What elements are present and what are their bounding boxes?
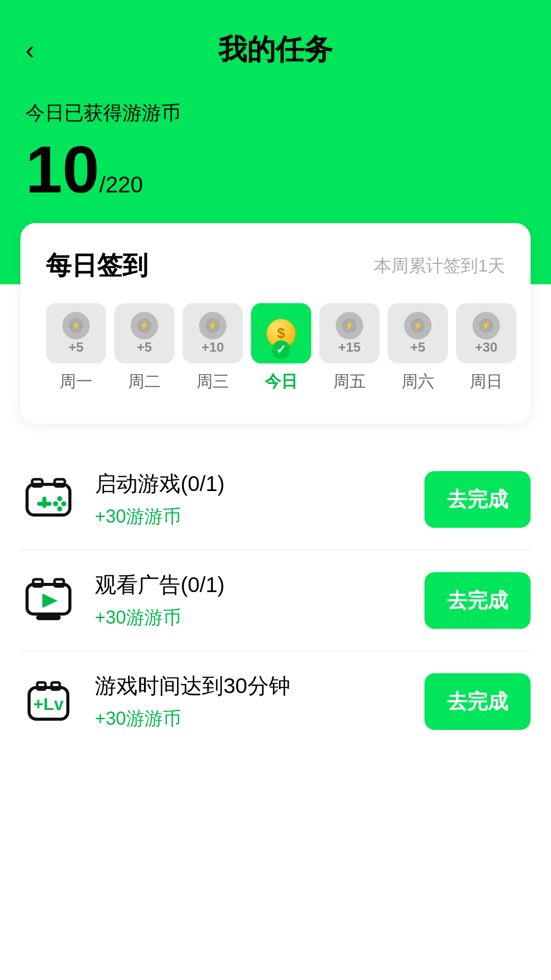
svg-marker-27 (42, 594, 58, 608)
day-item-tue: ⚡ +5 周二 (114, 303, 174, 393)
svg-text:⚡: ⚡ (481, 321, 491, 330)
day-coin-box-wed: ⚡ +10 (183, 303, 243, 363)
task-icon-launch-game (20, 472, 77, 528)
header-nav: ‹ 我的任务 (26, 31, 525, 69)
day-coin-box-today: ● $ ✓ (251, 303, 311, 363)
svg-text:⚡: ⚡ (139, 321, 149, 330)
day-item-sun: ⚡ +30 周日 (456, 303, 516, 393)
day-points-tue: +5 (137, 339, 152, 355)
coin-icon-mon: ⚡ (62, 312, 90, 339)
task-item-watch-ad: 观看广告(0/1) +30游游币 去完成 (20, 550, 531, 651)
task-name-launch-game: 启动游戏(0/1) (95, 470, 406, 498)
tasks-section: 启动游戏(0/1) +30游游币 去完成 观看广告(0/1) +30游游币 去完… (20, 449, 531, 752)
task-info-watch-ad: 观看广告(0/1) +30游游币 (95, 571, 406, 630)
day-item-wed: ⚡ +10 周三 (183, 303, 243, 393)
complete-btn-watch-ad[interactable]: 去完成 (424, 572, 531, 629)
day-label-wed: 周三 (196, 371, 229, 393)
svg-point-23 (57, 506, 62, 511)
coin-label: 今日已获得游游币 (26, 100, 525, 126)
checkin-card-header: 每日签到 本周累计签到1天 (46, 249, 505, 283)
checkin-title: 每日签到 (46, 249, 148, 283)
svg-text:⚡: ⚡ (344, 321, 355, 330)
day-points-sun: +30 (475, 339, 497, 355)
task-name-watch-ad: 观看广告(0/1) (95, 571, 406, 599)
day-item-sat: ⚡ +5 周六 (388, 303, 448, 393)
day-label-fri: 周五 (333, 371, 366, 393)
coin-icon-fri: ⚡ (336, 312, 363, 339)
svg-rect-28 (36, 615, 61, 620)
task-item-launch-game: 启动游戏(0/1) +30游游币 去完成 (20, 449, 531, 550)
task-icon-watch-ad (20, 573, 77, 629)
day-points-sat: +5 (410, 339, 425, 355)
complete-btn-launch-game[interactable]: 去完成 (424, 471, 531, 528)
checkin-card: 每日签到 本周累计签到1天 ⚡ +5 周一 ⚡ +5 周二 (20, 223, 531, 424)
task-reward-watch-ad: +30游游币 (95, 605, 406, 630)
svg-rect-19 (37, 502, 52, 506)
task-reward-game-time: +30游游币 (95, 706, 406, 731)
task-item-game-time: +Lv 游戏时间达到30分钟 +30游游币 去完成 (20, 651, 531, 752)
day-label-today: 今日 (265, 371, 297, 393)
day-label-sat: 周六 (402, 371, 434, 393)
coin-icon-wed: ⚡ (199, 312, 227, 339)
coin-icon-tue: ⚡ (131, 312, 158, 339)
svg-point-22 (53, 501, 58, 506)
svg-text:⚡: ⚡ (413, 321, 423, 330)
day-points-mon: +5 (68, 339, 84, 355)
day-points-fri: +15 (338, 339, 361, 355)
svg-text:+Lv: +Lv (33, 694, 64, 714)
svg-point-20 (57, 496, 62, 501)
coin-separator-max: /220 (99, 172, 143, 198)
day-item-fri: ⚡ +15 周五 (319, 303, 380, 393)
svg-point-21 (61, 501, 66, 506)
back-button[interactable]: ‹ (26, 35, 34, 65)
day-coin-box-sun: ⚡ +30 (456, 303, 516, 363)
complete-btn-game-time[interactable]: 去完成 (424, 673, 531, 730)
day-label-mon: 周一 (60, 371, 92, 393)
task-reward-launch-game: +30游游币 (95, 504, 406, 529)
svg-text:⚡: ⚡ (71, 321, 81, 330)
day-points-wed: +10 (202, 339, 224, 355)
coin-count: 10 /220 (26, 136, 525, 203)
day-coin-box-tue: ⚡ +5 (114, 303, 174, 363)
svg-rect-15 (27, 484, 70, 515)
coin-current: 10 (26, 136, 99, 203)
day-label-tue: 周二 (128, 371, 161, 393)
day-item-today[interactable]: ● $ ✓ 今日 (251, 303, 311, 393)
task-icon-game-time: +Lv (20, 674, 77, 730)
day-coin-box-fri: ⚡ +15 (319, 303, 380, 363)
checkin-subtitle: 本周累计签到1天 (374, 254, 505, 278)
day-coin-box-sat: ⚡ +5 (388, 303, 448, 363)
days-row: ⚡ +5 周一 ⚡ +5 周二 ⚡ +10 周三 (46, 303, 505, 393)
svg-text:⚡: ⚡ (208, 321, 218, 330)
day-coin-box-mon: ⚡ +5 (46, 303, 106, 363)
day-label-sun: 周日 (470, 371, 503, 393)
page-title: 我的任务 (218, 31, 333, 69)
task-info-game-time: 游戏时间达到30分钟 +30游游币 (95, 672, 406, 731)
coin-icon-sun: ⚡ (472, 312, 500, 339)
coin-icon-sat: ⚡ (404, 312, 432, 339)
task-name-game-time: 游戏时间达到30分钟 (95, 672, 406, 700)
day-item-mon: ⚡ +5 周一 (46, 303, 106, 393)
task-info-launch-game: 启动游戏(0/1) +30游游币 (95, 470, 406, 529)
